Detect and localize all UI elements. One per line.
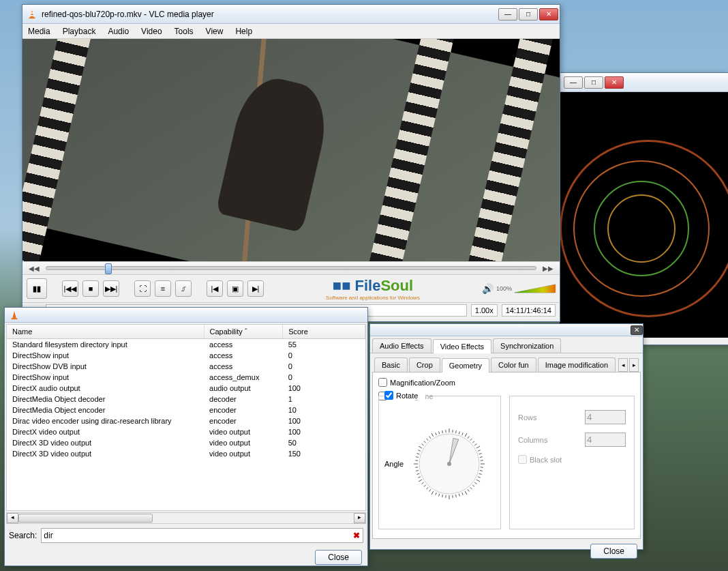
table-row[interactable]: DirectX 3D video outputvideo output50 [7, 437, 365, 448]
seekbar[interactable]: ◀◀ ▶▶ [22, 261, 560, 275]
fullscreen-button[interactable]: ⛶ [134, 280, 151, 297]
svg-line-35 [470, 487, 472, 489]
scroll-right-button[interactable]: ▸ [354, 513, 365, 523]
minimize-button[interactable]: — [498, 8, 517, 20]
svg-line-70 [442, 430, 443, 433]
record-button[interactable]: ▣ [227, 280, 243, 297]
controls-row: ▮▮ |◀◀ ■ ▶▶| ⛶ ≡ ⎎ |◀ ▣ ▶| ■■ FileSoul S… [22, 275, 560, 302]
plugins-titlebar[interactable] [5, 308, 367, 323]
viz-maximize-button[interactable]: □ [584, 76, 603, 89]
effects-dialog: ✕ Audio Effects Video Effects Synchroniz… [369, 323, 643, 550]
table-row[interactable]: DirectMedia Object encoderencoder10 [7, 405, 365, 415]
stop-button[interactable]: ■ [82, 280, 99, 297]
table-row[interactable]: DirectX 3D video outputvideo output150 [7, 448, 365, 459]
svg-line-36 [468, 489, 469, 491]
prev-button[interactable]: |◀◀ [62, 280, 78, 297]
menu-media[interactable]: Media [28, 27, 50, 36]
clear-search-icon[interactable]: ✖ [353, 531, 360, 540]
vlc-cone-icon [9, 310, 20, 321]
visualization-canvas [560, 92, 728, 338]
pause-button[interactable]: ▮▮ [27, 278, 47, 299]
menubar: Media Playback Audio Video Tools View He… [22, 24, 560, 39]
seek-track[interactable] [46, 266, 536, 270]
table-row[interactable]: DirectShow inputaccess0 [7, 350, 365, 361]
rotate-checkbox[interactable]: Rotate [384, 391, 425, 400]
frame-back-button[interactable]: |◀ [207, 280, 223, 297]
rows-spinner[interactable] [585, 410, 626, 424]
svg-line-22 [476, 446, 480, 448]
viz-titlebar[interactable]: — □ ✕ [560, 73, 728, 92]
tab-synchronization[interactable]: Synchronization [493, 338, 561, 353]
svg-line-62 [419, 446, 422, 448]
table-row[interactable]: Standard filesystem directory inputacces… [7, 339, 365, 351]
tabs-scroll-left[interactable]: ◂ [618, 358, 628, 372]
tab-video-effects[interactable]: Video Effects [433, 339, 491, 353]
speaker-icon[interactable]: 🔊 [482, 283, 494, 294]
tab-basic[interactable]: Basic [374, 357, 408, 372]
angle-dial[interactable] [408, 423, 490, 505]
frame-fwd-button[interactable]: ▶| [247, 280, 264, 297]
visualization-window: — □ ✕ [559, 72, 728, 345]
svg-line-37 [465, 491, 467, 495]
table-row[interactable]: DirectX video outputvideo output100 [7, 426, 365, 437]
table-row[interactable]: DirectShow inputaccess_demux0 [7, 372, 365, 383]
equalizer-button[interactable]: ⎎ [175, 280, 192, 297]
col-name[interactable]: Name [7, 325, 204, 339]
col-score[interactable]: Score [283, 325, 365, 339]
tab-color-fun[interactable]: Color fun [491, 357, 536, 372]
table-row[interactable]: DirectMedia Object decoderdecoder1 [7, 394, 365, 405]
seek-thumb[interactable] [105, 263, 112, 274]
playlist-button[interactable]: ≡ [155, 280, 171, 297]
viz-close-button[interactable]: ✕ [605, 76, 624, 89]
tabs-scroll-right[interactable]: ▸ [629, 358, 639, 372]
volume-slider[interactable] [515, 283, 556, 294]
video-area[interactable] [22, 39, 560, 261]
next-button[interactable]: ▶▶| [103, 280, 119, 297]
search-input[interactable]: dir ✖ [41, 528, 363, 543]
table-row[interactable]: Dirac video encoder using dirac-research… [7, 415, 365, 426]
close-button[interactable]: ✕ [539, 8, 558, 20]
magzoom-checkbox[interactable]: Magnification/Zoom [378, 378, 501, 387]
svg-line-30 [479, 473, 482, 474]
menu-help[interactable]: Help [235, 27, 252, 36]
svg-marker-9 [12, 310, 16, 318]
menu-video[interactable]: Video [141, 27, 162, 36]
svg-line-49 [427, 487, 429, 489]
titlebar[interactable]: refined-qos-blu720p-ro.mkv - VLC media p… [22, 5, 560, 24]
col-capability[interactable]: Capability ˆ [204, 325, 283, 339]
tab-geometry[interactable]: Geometry [442, 358, 489, 372]
vlc-cone-icon [27, 9, 37, 20]
scroll-left-button[interactable]: ◂ [7, 513, 18, 523]
menu-tools[interactable]: Tools [175, 27, 194, 36]
tab-image-modification[interactable]: Image modification [538, 357, 616, 372]
tab-audio-effects[interactable]: Audio Effects [372, 338, 431, 353]
seek-back-icon[interactable]: ◀◀ [27, 265, 42, 272]
cols-spinner[interactable] [585, 433, 626, 447]
menu-view[interactable]: View [206, 27, 224, 36]
svg-line-66 [429, 437, 431, 439]
blackslot-checkbox[interactable]: Black slot [518, 455, 562, 464]
horiz-scrollbar[interactable]: ◂ ▸ [6, 512, 366, 524]
svg-line-15 [459, 431, 459, 434]
table-row[interactable]: DirectX audio outputaudio output100 [7, 383, 365, 394]
scroll-thumb[interactable] [18, 514, 153, 523]
svg-line-50 [424, 485, 426, 487]
seek-fwd-icon[interactable]: ▶▶ [541, 265, 556, 272]
tab-crop[interactable]: Crop [409, 357, 440, 372]
svg-line-34 [472, 485, 474, 487]
effects-close-x[interactable]: ✕ [631, 325, 643, 335]
effects-close-button[interactable]: Close [590, 544, 637, 559]
maximize-button[interactable]: □ [519, 8, 538, 20]
status-speed[interactable]: 1.00x [471, 304, 498, 317]
effects-titlebar[interactable]: ✕ [370, 324, 643, 336]
menu-playback[interactable]: Playback [63, 27, 96, 36]
effects-sub-tabs: Basic Crop Geometry Color fun Image modi… [372, 355, 641, 372]
plugins-close-button[interactable]: Close [315, 550, 362, 565]
viz-minimize-button[interactable]: — [564, 76, 583, 89]
status-time[interactable]: 14:11/1:46:14 [502, 304, 556, 317]
plugin-table[interactable]: Name Capability ˆ Score Standard filesys… [6, 324, 366, 511]
svg-line-17 [465, 433, 467, 437]
svg-line-21 [474, 444, 476, 445]
table-row[interactable]: DirectShow DVB inputaccess0 [7, 361, 365, 372]
menu-audio[interactable]: Audio [108, 27, 129, 36]
